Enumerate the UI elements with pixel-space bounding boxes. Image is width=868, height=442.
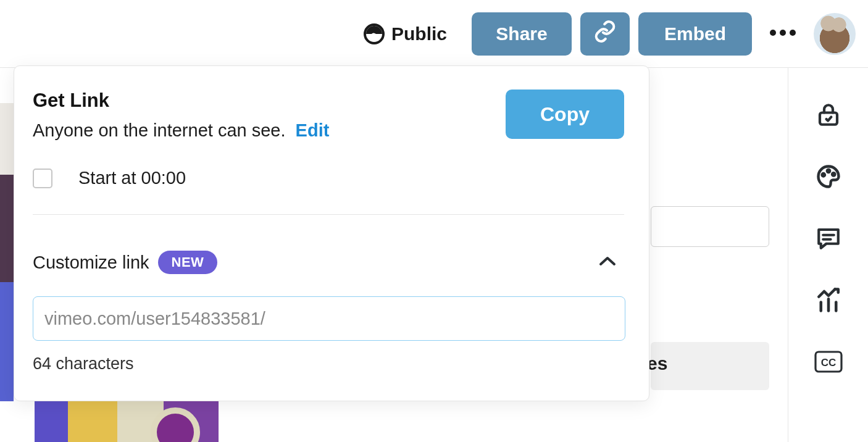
start-at-label: Start at 00:00 <box>78 168 186 188</box>
edit-privacy-link[interactable]: Edit <box>296 120 330 140</box>
svg-text:CC: CC <box>820 357 836 369</box>
popover-subtitle-text: Anyone on the internet can see. <box>33 120 286 140</box>
captions-rail-button[interactable]: CC <box>815 349 842 377</box>
analytics-icon <box>816 287 841 315</box>
palette-icon <box>815 163 842 193</box>
user-avatar[interactable] <box>814 13 856 55</box>
new-badge: NEW <box>158 251 218 274</box>
embed-button-label: Embed <box>664 23 726 44</box>
privacy-label: Public <box>391 23 447 44</box>
background-partial-text: es <box>647 353 667 374</box>
share-button[interactable]: Share <box>472 12 572 56</box>
embed-button[interactable]: Embed <box>638 12 752 56</box>
custom-url-input[interactable] <box>33 296 625 341</box>
collapse-customize-button[interactable] <box>591 252 624 273</box>
analytics-rail-button[interactable] <box>815 288 842 315</box>
customize-link-label: Customize link <box>33 252 149 273</box>
comments-rail-button[interactable] <box>815 226 842 253</box>
link-icon <box>593 20 617 48</box>
background-sidebar <box>0 103 14 401</box>
svg-point-7 <box>832 173 835 175</box>
appearance-rail-button[interactable] <box>815 164 842 191</box>
dots-horizontal-icon <box>769 28 797 40</box>
popover-subtitle: Anyone on the internet can see. Edit <box>33 120 329 141</box>
start-at-checkbox[interactable] <box>33 169 52 188</box>
svg-point-3 <box>790 30 796 36</box>
background-input <box>651 206 769 247</box>
top-toolbar: Public Share Embed <box>0 0 868 68</box>
copy-link-button[interactable] <box>580 12 630 56</box>
share-button-label: Share <box>496 23 547 44</box>
privacy-indicator[interactable]: Public <box>363 23 447 45</box>
background-section <box>651 342 769 390</box>
character-count: 64 characters <box>33 354 624 373</box>
lock-icon <box>816 102 841 130</box>
cc-icon: CC <box>814 351 843 375</box>
video-thumbnail <box>35 401 219 442</box>
copy-button-label: Copy <box>540 103 590 125</box>
get-link-popover: Get Link Anyone on the internet can see.… <box>14 65 649 401</box>
more-options-button[interactable] <box>766 28 800 40</box>
privacy-rail-button[interactable] <box>815 102 842 130</box>
svg-point-6 <box>827 170 829 172</box>
chevron-up-icon <box>598 258 617 269</box>
svg-point-1 <box>770 30 776 36</box>
globe-icon <box>363 23 385 45</box>
svg-point-5 <box>822 173 824 176</box>
popover-title: Get Link <box>33 90 329 112</box>
svg-point-2 <box>780 30 786 36</box>
copy-button[interactable]: Copy <box>506 90 624 139</box>
comment-icon <box>816 225 841 254</box>
right-rail: CC <box>788 68 868 442</box>
